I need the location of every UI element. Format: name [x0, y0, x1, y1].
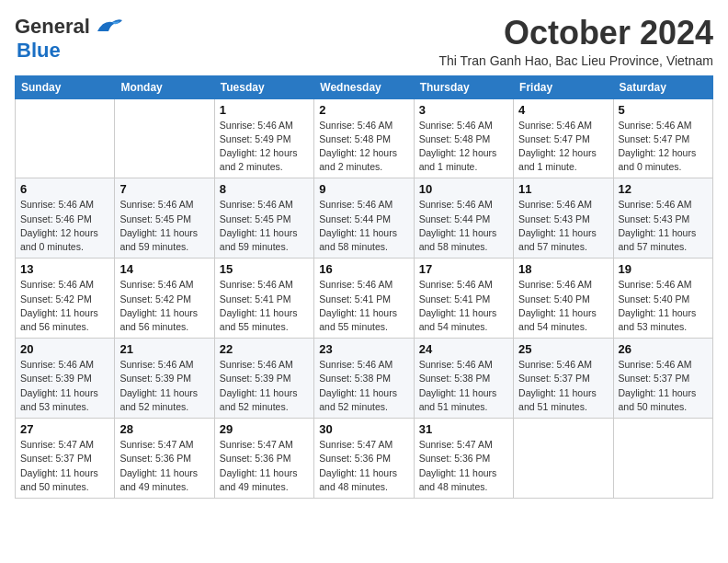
day-number: 31 [419, 422, 508, 436]
day-detail: Sunrise: 5:46 AM Sunset: 5:39 PM Dayligh… [119, 358, 209, 414]
weekday-header-wednesday: Wednesday [314, 75, 414, 98]
day-detail: Sunrise: 5:46 AM Sunset: 5:47 PM Dayligh… [619, 119, 708, 175]
day-number: 11 [518, 182, 608, 196]
day-number: 17 [419, 262, 508, 276]
calendar-cell: 1Sunrise: 5:46 AM Sunset: 5:49 PM Daylig… [214, 98, 313, 178]
calendar-cell: 3Sunrise: 5:46 AM Sunset: 5:48 PM Daylig… [414, 98, 513, 178]
day-detail: Sunrise: 5:46 AM Sunset: 5:46 PM Dayligh… [20, 198, 109, 254]
day-number: 18 [518, 262, 608, 276]
day-detail: Sunrise: 5:46 AM Sunset: 5:37 PM Dayligh… [518, 358, 608, 414]
day-number: 1 [220, 103, 309, 117]
calendar-cell: 15Sunrise: 5:46 AM Sunset: 5:41 PM Dayli… [214, 259, 313, 339]
calendar-cell: 7Sunrise: 5:46 AM Sunset: 5:45 PM Daylig… [115, 178, 214, 259]
day-number: 12 [619, 182, 708, 196]
day-detail: Sunrise: 5:46 AM Sunset: 5:37 PM Dayligh… [619, 358, 708, 414]
calendar-week-row: 13Sunrise: 5:46 AM Sunset: 5:42 PM Dayli… [16, 259, 713, 339]
day-detail: Sunrise: 5:46 AM Sunset: 5:45 PM Dayligh… [220, 198, 309, 254]
weekday-header-monday: Monday [115, 75, 214, 98]
day-detail: Sunrise: 5:46 AM Sunset: 5:43 PM Dayligh… [518, 198, 608, 254]
calendar-cell: 20Sunrise: 5:46 AM Sunset: 5:39 PM Dayli… [16, 339, 115, 419]
calendar-cell: 4Sunrise: 5:46 AM Sunset: 5:47 PM Daylig… [514, 98, 613, 178]
calendar-table: SundayMondayTuesdayWednesdayThursdayFrid… [15, 75, 713, 499]
day-number: 27 [20, 422, 109, 436]
day-number: 22 [220, 342, 309, 356]
calendar-cell [514, 419, 613, 499]
calendar-cell: 30Sunrise: 5:47 AM Sunset: 5:36 PM Dayli… [314, 419, 414, 499]
day-detail: Sunrise: 5:46 AM Sunset: 5:47 PM Dayligh… [518, 119, 608, 175]
weekday-header-sunday: Sunday [16, 75, 115, 98]
calendar-cell: 25Sunrise: 5:46 AM Sunset: 5:37 PM Dayli… [514, 339, 613, 419]
calendar-cell: 9Sunrise: 5:46 AM Sunset: 5:44 PM Daylig… [314, 178, 414, 259]
calendar-cell: 22Sunrise: 5:46 AM Sunset: 5:39 PM Dayli… [214, 339, 313, 419]
day-number: 2 [319, 103, 408, 117]
day-number: 10 [419, 182, 508, 196]
page-header: General Blue October 2024 Thi Tran Ganh … [15, 15, 713, 68]
day-detail: Sunrise: 5:46 AM Sunset: 5:49 PM Dayligh… [220, 119, 309, 175]
day-number: 16 [319, 262, 408, 276]
day-number: 15 [220, 262, 309, 276]
calendar-cell [115, 98, 214, 178]
calendar-cell: 27Sunrise: 5:47 AM Sunset: 5:37 PM Dayli… [16, 419, 115, 499]
day-number: 26 [619, 342, 708, 356]
calendar-week-row: 20Sunrise: 5:46 AM Sunset: 5:39 PM Dayli… [16, 339, 713, 419]
calendar-cell: 31Sunrise: 5:47 AM Sunset: 5:36 PM Dayli… [414, 419, 513, 499]
calendar-cell: 26Sunrise: 5:46 AM Sunset: 5:37 PM Dayli… [613, 339, 712, 419]
month-title: October 2024 [438, 15, 713, 52]
day-detail: Sunrise: 5:46 AM Sunset: 5:41 PM Dayligh… [419, 278, 508, 334]
day-detail: Sunrise: 5:46 AM Sunset: 5:38 PM Dayligh… [419, 358, 508, 414]
weekday-header-friday: Friday [514, 75, 613, 98]
calendar-week-row: 6Sunrise: 5:46 AM Sunset: 5:46 PM Daylig… [16, 178, 713, 259]
day-detail: Sunrise: 5:46 AM Sunset: 5:40 PM Dayligh… [518, 278, 608, 334]
day-number: 29 [220, 422, 309, 436]
logo-bird-icon [94, 17, 123, 35]
day-detail: Sunrise: 5:46 AM Sunset: 5:48 PM Dayligh… [419, 119, 508, 175]
calendar-cell: 12Sunrise: 5:46 AM Sunset: 5:43 PM Dayli… [613, 178, 712, 259]
day-number: 30 [319, 422, 408, 436]
day-number: 21 [119, 342, 209, 356]
calendar-cell [613, 419, 712, 499]
day-detail: Sunrise: 5:46 AM Sunset: 5:42 PM Dayligh… [20, 278, 109, 334]
day-detail: Sunrise: 5:46 AM Sunset: 5:39 PM Dayligh… [220, 358, 309, 414]
day-detail: Sunrise: 5:47 AM Sunset: 5:36 PM Dayligh… [220, 438, 309, 494]
calendar-cell: 28Sunrise: 5:47 AM Sunset: 5:36 PM Dayli… [115, 419, 214, 499]
logo: General Blue [15, 15, 123, 63]
day-number: 13 [20, 262, 109, 276]
calendar-cell: 21Sunrise: 5:46 AM Sunset: 5:39 PM Dayli… [115, 339, 214, 419]
calendar-cell: 13Sunrise: 5:46 AM Sunset: 5:42 PM Dayli… [16, 259, 115, 339]
weekday-header-row: SundayMondayTuesdayWednesdayThursdayFrid… [16, 75, 713, 98]
day-number: 20 [20, 342, 109, 356]
day-detail: Sunrise: 5:46 AM Sunset: 5:44 PM Dayligh… [419, 198, 508, 254]
weekday-header-saturday: Saturday [613, 75, 712, 98]
calendar-cell: 6Sunrise: 5:46 AM Sunset: 5:46 PM Daylig… [16, 178, 115, 259]
day-detail: Sunrise: 5:46 AM Sunset: 5:38 PM Dayligh… [319, 358, 408, 414]
day-number: 5 [619, 103, 708, 117]
calendar-cell: 10Sunrise: 5:46 AM Sunset: 5:44 PM Dayli… [414, 178, 513, 259]
calendar-week-row: 1Sunrise: 5:46 AM Sunset: 5:49 PM Daylig… [16, 98, 713, 178]
day-number: 23 [319, 342, 408, 356]
day-detail: Sunrise: 5:47 AM Sunset: 5:36 PM Dayligh… [119, 438, 209, 494]
day-number: 28 [119, 422, 209, 436]
calendar-cell [16, 98, 115, 178]
calendar-cell: 18Sunrise: 5:46 AM Sunset: 5:40 PM Dayli… [514, 259, 613, 339]
calendar-cell: 5Sunrise: 5:46 AM Sunset: 5:47 PM Daylig… [613, 98, 712, 178]
day-number: 14 [119, 262, 209, 276]
day-detail: Sunrise: 5:47 AM Sunset: 5:37 PM Dayligh… [20, 438, 109, 494]
calendar-cell: 14Sunrise: 5:46 AM Sunset: 5:42 PM Dayli… [115, 259, 214, 339]
day-detail: Sunrise: 5:46 AM Sunset: 5:43 PM Dayligh… [619, 198, 708, 254]
calendar-cell: 17Sunrise: 5:46 AM Sunset: 5:41 PM Dayli… [414, 259, 513, 339]
day-number: 25 [518, 342, 608, 356]
calendar-cell: 16Sunrise: 5:46 AM Sunset: 5:41 PM Dayli… [314, 259, 414, 339]
day-number: 4 [518, 103, 608, 117]
day-number: 6 [20, 182, 109, 196]
weekday-header-thursday: Thursday [414, 75, 513, 98]
day-detail: Sunrise: 5:47 AM Sunset: 5:36 PM Dayligh… [319, 438, 408, 494]
weekday-header-tuesday: Tuesday [214, 75, 313, 98]
day-number: 8 [220, 182, 309, 196]
calendar-cell: 23Sunrise: 5:46 AM Sunset: 5:38 PM Dayli… [314, 339, 414, 419]
day-detail: Sunrise: 5:46 AM Sunset: 5:44 PM Dayligh… [319, 198, 408, 254]
day-detail: Sunrise: 5:47 AM Sunset: 5:36 PM Dayligh… [419, 438, 508, 494]
calendar-cell: 24Sunrise: 5:46 AM Sunset: 5:38 PM Dayli… [414, 339, 513, 419]
calendar-week-row: 27Sunrise: 5:47 AM Sunset: 5:37 PM Dayli… [16, 419, 713, 499]
day-detail: Sunrise: 5:46 AM Sunset: 5:41 PM Dayligh… [220, 278, 309, 334]
calendar-cell: 8Sunrise: 5:46 AM Sunset: 5:45 PM Daylig… [214, 178, 313, 259]
